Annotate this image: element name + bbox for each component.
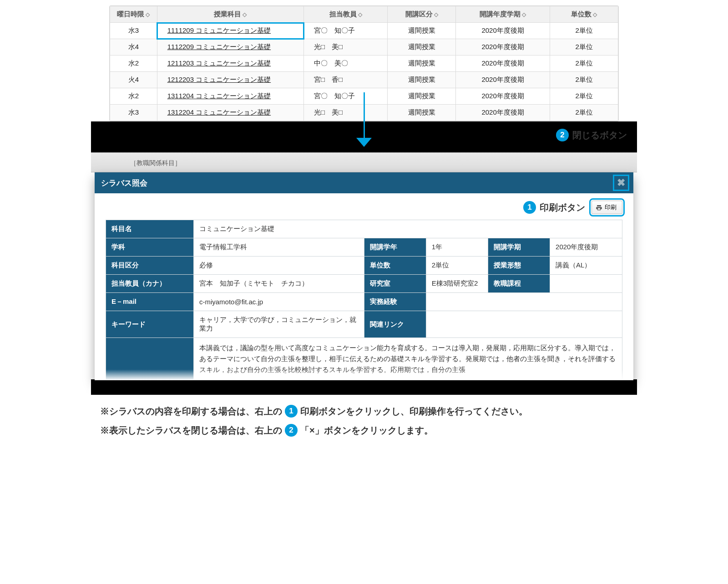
cell-term: 2020年度後期	[456, 88, 550, 105]
cell-category: 週間授業	[388, 88, 456, 105]
col-day[interactable]: 曜日時限◇	[110, 6, 157, 23]
annotation-print: 1 印刷ボタン	[523, 201, 585, 214]
field-credits-v: 2単位	[426, 257, 488, 275]
field-room-v: E棟3階研究室2	[426, 275, 488, 293]
field-room-k: 研究室	[364, 275, 426, 293]
field-teachercourse-v	[550, 275, 622, 293]
cell-subject: 1211203 コミュニケーション基礎	[157, 55, 303, 72]
cell-instructor: 宮〇 知〇子	[304, 23, 388, 39]
col-instructor[interactable]: 担当教員◇	[304, 6, 388, 23]
cell-instructor: 光□ 美□	[304, 105, 388, 121]
cell-term: 2020年度後期	[456, 39, 550, 55]
field-classform-k: 授業形態	[488, 257, 550, 275]
col-category[interactable]: 開講区分◇	[388, 6, 456, 23]
field-keyword-k: キーワード	[106, 311, 194, 338]
field-instr-kana-k: 担当教員（カナ）	[106, 275, 194, 293]
close-icon[interactable]: ✖	[615, 177, 627, 189]
field-instr-kana-v: 宮本 知加子（ミヤモト チカコ）	[193, 275, 364, 293]
cell-day: 火4	[110, 72, 157, 88]
field-grade-k: 開講学年	[364, 238, 426, 257]
col-subject[interactable]: 授業科目◇	[157, 6, 303, 23]
separator-bar-2	[91, 379, 637, 395]
sort-icon: ◇	[358, 11, 362, 18]
field-practice-v	[426, 293, 622, 311]
cell-instructor: 光□ 美□	[304, 39, 388, 55]
field-semester-k: 開講学期	[488, 238, 550, 257]
course-link[interactable]: 1212203 コミュニケーション基礎	[167, 76, 271, 83]
field-subjcat-v: 必修	[193, 257, 364, 275]
field-department-v: 電子情報工学科	[193, 238, 364, 257]
field-credits-k: 単位数	[364, 257, 426, 275]
footnotes: ※シラバスの内容を印刷する場合は、右上の 1 印刷ボタンをクリックし、印刷操作を…	[91, 395, 637, 448]
cell-day: 水2	[110, 88, 157, 105]
cell-instructor: 宮□ 香□	[304, 72, 388, 88]
syllabus-title: シラバス照会	[101, 178, 147, 188]
print-button-label: 印刷	[605, 203, 617, 211]
cell-term: 2020年度後期	[456, 23, 550, 39]
cell-subject: 1112209 コミュニケーション基礎	[157, 39, 303, 55]
cell-credits: 2単位	[550, 23, 618, 39]
field-email-k: E－mail	[106, 293, 194, 311]
field-semester-v: 2020年度後期	[550, 238, 622, 257]
field-link-k: 関連リンク	[364, 311, 426, 338]
note1-mid: 印刷ボタンをクリックし、印刷操作を行ってください。	[300, 405, 528, 418]
field-subjcat-k: 科目区分	[106, 257, 194, 275]
annotation-close-text: 閉じるボタン	[572, 129, 627, 141]
field-practice-k: 実務経験	[364, 293, 426, 311]
circle-2-icon: 2	[556, 129, 569, 141]
course-link[interactable]: 1311204 コミュニケーション基礎	[167, 92, 271, 100]
sort-icon: ◇	[434, 11, 438, 18]
cell-category: 週間授業	[388, 39, 456, 55]
table-row: 水21211203 コミュニケーション基礎中〇 美〇週間授業2020年度後期2単…	[110, 55, 618, 72]
cell-subject: 1311204 コミュニケーション基礎	[157, 88, 303, 105]
course-link[interactable]: 1312204 コミュニケーション基礎	[167, 108, 271, 116]
syllabus-window: シラバス照会 ✖ 1 印刷ボタン 印刷	[95, 172, 633, 380]
course-link[interactable]: 1112209 コミュニケーション基礎	[167, 43, 271, 50]
field-teachercourse-k: 教職課程	[488, 275, 550, 293]
cell-credits: 2単位	[550, 88, 618, 105]
down-arrow	[356, 92, 372, 147]
field-subject-name-v: コミュニケーション基礎	[193, 220, 622, 238]
sort-icon: ◇	[243, 11, 247, 18]
cell-day: 水4	[110, 39, 157, 55]
course-link[interactable]: 1111209 コミュニケーション基礎	[167, 26, 271, 34]
col-term[interactable]: 開講年度学期◇	[456, 6, 550, 23]
cell-term: 2020年度後期	[456, 105, 550, 121]
cell-term: 2020年度後期	[456, 55, 550, 72]
cell-subject: 1111209 コミュニケーション基礎	[157, 23, 303, 39]
field-link-v	[426, 311, 622, 338]
circle-1-icon: 1	[285, 405, 298, 418]
circle-2-icon: 2	[285, 424, 298, 437]
field-email-v: c-miyamoto@fit.ac.jp	[193, 293, 364, 311]
cell-instructor: 宮〇 知〇子	[304, 88, 388, 105]
syllabus-titlebar: シラバス照会 ✖	[95, 172, 633, 193]
field-grade-v: 1年	[426, 238, 488, 257]
sort-icon: ◇	[146, 11, 150, 18]
circle-1-icon: 1	[523, 201, 536, 214]
table-row: 水31111209 コミュニケーション基礎宮〇 知〇子週間授業2020年度後期2…	[110, 23, 618, 39]
syllabus-detail-table: 科目名 コミュニケーション基礎 学科 電子情報工学科 開講学年 1年 開講学期 …	[106, 220, 622, 380]
cell-category: 週間授業	[388, 55, 456, 72]
annotation-close: 2 閉じるボタン	[556, 129, 627, 141]
table-row: 火41212203 コミュニケーション基礎宮□ 香□週間授業2020年度後期2単…	[110, 72, 618, 88]
field-keyword-v: キャリア，大学での学び，コミュニケーション，就業力	[193, 311, 364, 338]
cell-category: 週間授業	[388, 23, 456, 39]
cell-day: 水3	[110, 23, 157, 39]
print-button[interactable]: 印刷	[592, 201, 622, 214]
cell-day: 水2	[110, 55, 157, 72]
field-department-k: 学科	[106, 238, 194, 257]
note2-mid: 「×」ボタンをクリックします。	[300, 424, 433, 437]
table-row: 水41112209 コミュニケーション基礎光□ 美□週間授業2020年度後期2単…	[110, 39, 618, 55]
fade-overlay	[95, 369, 633, 380]
col-credits[interactable]: 単位数◇	[550, 6, 618, 23]
cell-category: 週間授業	[388, 105, 456, 121]
note1-pre: ※シラバスの内容を印刷する場合は、右上の	[100, 405, 282, 418]
svg-marker-0	[356, 138, 372, 147]
background-band: ［教職関係科目］	[91, 152, 637, 172]
course-link[interactable]: 1211203 コミュニケーション基礎	[167, 59, 271, 67]
cell-credits: 2単位	[550, 105, 618, 121]
cell-instructor: 中〇 美〇	[304, 55, 388, 72]
cell-day: 水3	[110, 105, 157, 121]
cell-credits: 2単位	[550, 72, 618, 88]
printer-icon	[596, 204, 602, 211]
